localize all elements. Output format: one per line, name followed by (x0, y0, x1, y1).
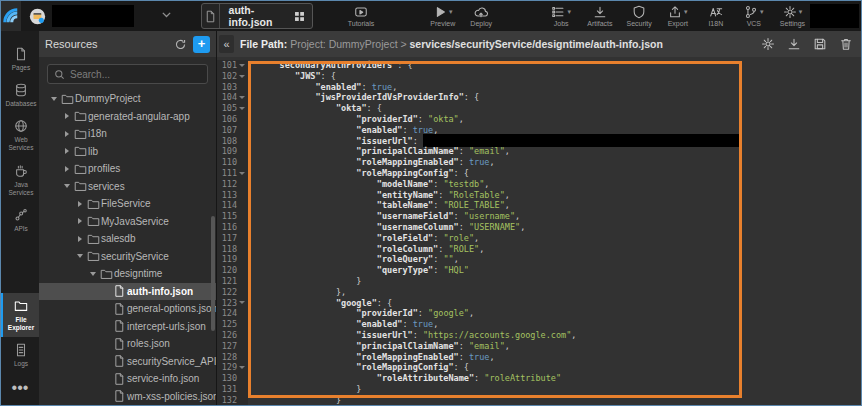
tree-item-securityService[interactable]: securityService (39, 248, 216, 266)
menu-jobs[interactable]: ▾ Jobs (544, 3, 578, 29)
sidebar-item-logs[interactable]: Logs (1, 337, 39, 373)
file-delete-button[interactable] (838, 37, 853, 52)
code-line[interactable]: 115 "usernameField": "username", (217, 211, 861, 222)
sidebar-more-icon[interactable]: ••• (1, 373, 39, 405)
sidebar-item-java-services[interactable]: Java Services (1, 158, 39, 202)
code-line[interactable]: 124 "providerId": "google", (217, 308, 861, 319)
tree-item-securityService_API.json[interactable]: securityService_API.json (39, 353, 216, 371)
code-line[interactable]: 118 "roleColumn": "ROLE", (217, 244, 861, 255)
code-line[interactable]: 131 } (217, 384, 861, 395)
code-line[interactable]: 104 "jwsProviderIdVsProviderInfo": { (217, 92, 861, 103)
code-line[interactable]: 126 "issuerUrl": "https://accounts.googl… (217, 330, 861, 341)
tree-item-service-info.json[interactable]: service-info.json (39, 370, 216, 388)
menu-deploy[interactable]: Deploy (464, 3, 498, 29)
tree-item-intercept-urls.json[interactable]: intercept-urls.json (39, 318, 216, 336)
tree-item-lib[interactable]: lib (39, 143, 216, 161)
code-line[interactable]: 116 "usernameColumn": "USERNAME", (217, 222, 861, 233)
tree-item-designtime[interactable]: designtime (39, 265, 216, 283)
code-line[interactable]: 125 "enabled": true, (217, 319, 861, 330)
tree-item-i18n[interactable]: i18n (39, 125, 216, 143)
fold-toggle-icon[interactable] (237, 366, 246, 369)
tree-item-services[interactable]: services (39, 178, 216, 196)
tree-item-auth-info.json[interactable]: auth-info.json (39, 283, 216, 301)
menu-security[interactable]: Security (622, 3, 657, 29)
caret-down-icon[interactable] (49, 97, 59, 101)
fold-toggle-icon[interactable] (237, 96, 246, 99)
caret-right-icon[interactable] (75, 201, 85, 207)
menu-i18n[interactable]: I18N (699, 3, 733, 29)
refresh-icon[interactable] (174, 38, 187, 51)
caret-right-icon[interactable] (62, 148, 72, 154)
code-line[interactable]: 130 "roleAttributeName": "roleAttribute" (217, 373, 861, 384)
caret-right-icon[interactable] (75, 236, 85, 242)
menu-settings[interactable]: ▾ Settings (775, 3, 810, 29)
caret-down-icon[interactable] (62, 184, 72, 188)
code-line[interactable]: 123 "google": { (217, 298, 861, 309)
add-resource-button[interactable]: + (193, 36, 210, 53)
code-line[interactable]: 109 "principalClaimName": "email", (217, 146, 861, 157)
tree-item-salesdb[interactable]: salesdb (39, 230, 216, 248)
tree-item-FileService[interactable]: FileService (39, 195, 216, 213)
code-line[interactable]: 117 "roleField": "role", (217, 233, 861, 244)
menu-export[interactable]: ▾ Export (661, 3, 695, 29)
caret-right-icon[interactable] (62, 131, 72, 137)
menu-artifacts[interactable]: Artifacts (582, 3, 617, 29)
sidebar-item-web-services[interactable]: Web Services (1, 113, 39, 157)
code-line[interactable]: 112 "modelName": "testdb", (217, 179, 861, 190)
menu-tutorials[interactable]: Tutorials (343, 3, 380, 29)
fold-toggle-icon[interactable] (237, 301, 246, 304)
tree-item-roles.json[interactable]: roles.json (39, 335, 216, 353)
caret-down-icon[interactable] (75, 254, 85, 258)
code-line[interactable]: 103 "enabled": true, (217, 82, 861, 93)
code-line[interactable]: 129 "roleMappingConfig": { (217, 362, 861, 373)
code-line[interactable]: 132 } (217, 395, 861, 405)
sidebar-item-apis[interactable]: APIs (1, 202, 39, 238)
code-line[interactable]: 120 "queryType": "HQL" (217, 265, 861, 276)
code-line[interactable]: 121 } (217, 276, 861, 287)
menu-vcs[interactable]: ▾ VCS (737, 3, 771, 29)
fold-toggle-icon[interactable] (237, 107, 246, 110)
code-line[interactable]: 111 "roleMappingConfig": { (217, 168, 861, 179)
code-line[interactable]: 127 "principalClaimName": "email", (217, 341, 861, 352)
code-line[interactable]: 106 "providerId": "okta", (217, 114, 861, 125)
collapse-panel-icon[interactable]: « (219, 35, 234, 53)
caret-right-icon[interactable] (75, 218, 85, 224)
tree-item-general-options.json[interactable]: general-options.json (39, 300, 216, 318)
fold-toggle-icon[interactable] (237, 75, 246, 78)
code-editor[interactable]: 101 "secondaryAuthProviders": { 102 "JWS… (217, 57, 861, 405)
code-line[interactable]: 101 "secondaryAuthProviders": { (217, 60, 861, 71)
fold-toggle-icon[interactable] (237, 64, 246, 67)
file-settings-button[interactable] (760, 37, 775, 52)
code-line[interactable]: 113 "entityName": "RoleTable", (217, 190, 861, 201)
code-line[interactable]: 119 "roleQuery": "", (217, 254, 861, 265)
code-line[interactable]: 108 "issuerUrl": (217, 136, 861, 147)
tree-scrollbar[interactable] (211, 216, 215, 331)
fold-toggle-icon[interactable] (237, 172, 246, 175)
code-line[interactable]: 114 "tableName": "ROLE_TABLE", (217, 200, 861, 211)
code-line[interactable]: 105 "okta": { (217, 103, 861, 114)
sidebar-item-pages[interactable]: Pages (1, 41, 39, 77)
tree-item-profiles[interactable]: profiles (39, 160, 216, 178)
tree-item-DummyProject[interactable]: DummyProject (39, 90, 216, 108)
tree-item-generated-angular-app[interactable]: generated-angular-app (39, 108, 216, 126)
caret-right-icon[interactable] (62, 113, 72, 119)
caret-down-icon[interactable] (88, 272, 98, 276)
caret-right-icon[interactable] (62, 166, 72, 172)
file-download-button[interactable] (786, 37, 801, 52)
sidebar-item-databases[interactable]: Databases (1, 77, 39, 113)
code-line[interactable]: 102 "JWS": { (217, 71, 861, 82)
search-input[interactable]: Search... (47, 64, 208, 84)
grid-view-icon[interactable] (293, 10, 306, 23)
tree-item-MyJavaService[interactable]: MyJavaService (39, 213, 216, 231)
code-line[interactable]: 122 }, (217, 287, 861, 298)
project-dropdown-chevron-icon[interactable] (160, 7, 173, 25)
file-save-button[interactable] (812, 37, 827, 52)
tree-item-wm-xss-policies.json[interactable]: wm-xss-policies.json (39, 388, 216, 406)
app-logo[interactable] (1, 1, 21, 31)
menu-preview[interactable]: ▾ Preview (425, 3, 460, 29)
project-switcher[interactable] (29, 5, 134, 27)
code-line[interactable]: 110 "roleMappingEnabled": true, (217, 157, 861, 168)
sidebar-item-file-explorer[interactable]: File Explorer (1, 293, 39, 337)
open-file-tab[interactable]: auth-info.json (201, 3, 313, 29)
code-line[interactable]: 128 "roleMappingEnabled": true, (217, 352, 861, 363)
